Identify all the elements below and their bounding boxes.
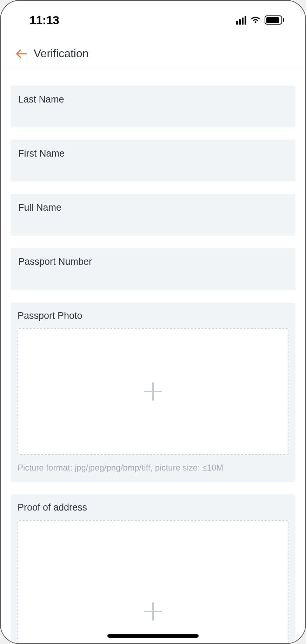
passport-photo-section: Passport Photo Picture format: jpg/jpeg/… (11, 303, 295, 482)
passport-photo-label: Passport Photo (18, 310, 288, 321)
proof-of-address-label: Proof of address (18, 502, 288, 513)
passport-number-field[interactable]: Passport Number (11, 248, 295, 290)
full-name-label: Full Name (18, 202, 288, 213)
first-name-input[interactable] (18, 161, 288, 174)
last-name-label: Last Name (18, 94, 288, 105)
status-time: 11:13 (29, 13, 59, 27)
arrow-left-icon (15, 47, 28, 60)
back-button[interactable] (11, 44, 32, 64)
page-title: Verification (34, 47, 89, 60)
last-name-field[interactable]: Last Name (11, 86, 295, 127)
first-name-label: First Name (18, 148, 288, 159)
status-icons (236, 15, 285, 25)
form-content: Last Name First Name Full Name Passport … (1, 68, 305, 644)
full-name-field[interactable]: Full Name (11, 194, 295, 236)
passport-number-label: Passport Number (18, 256, 288, 267)
page-header: Verification (1, 39, 305, 68)
passport-photo-hint: Picture format: jpg/jpeg/png/bmp/tiff, p… (18, 462, 288, 474)
mobile-screen: 11:13 Verification (0, 0, 306, 644)
wifi-icon (250, 16, 261, 24)
plus-icon (143, 602, 163, 621)
cellular-signal-icon (236, 16, 247, 25)
home-indicator[interactable] (107, 634, 199, 638)
proof-of-address-section: Proof of address (11, 494, 295, 644)
proof-of-address-upload[interactable] (18, 520, 288, 644)
battery-icon (265, 15, 284, 25)
passport-number-input[interactable] (18, 269, 288, 282)
last-name-input[interactable] (18, 107, 288, 120)
plus-icon (143, 382, 163, 401)
status-bar: 11:13 (1, 1, 305, 39)
first-name-field[interactable]: First Name (11, 140, 295, 182)
full-name-input[interactable] (18, 215, 288, 228)
passport-photo-upload[interactable] (18, 328, 288, 455)
